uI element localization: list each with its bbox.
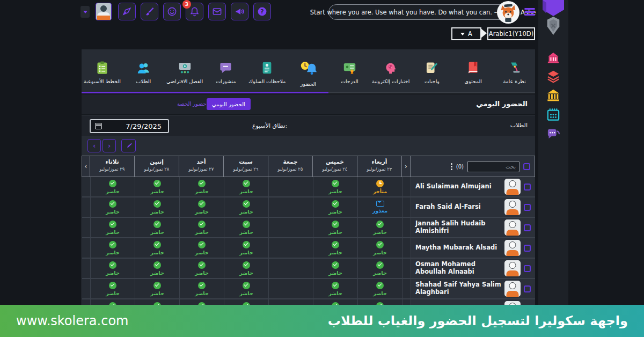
edit-attendance-button[interactable] [121,139,136,152]
attendance-cell[interactable]: حاضر [135,279,179,299]
next-week-button[interactable]: › [103,139,116,152]
language-dropdown[interactable]: A [451,27,481,40]
attendance-cell[interactable]: حاضر [179,279,224,299]
attendance-cell[interactable]: حاضر [135,218,179,238]
attendance-cell[interactable]: حاضر [135,238,179,259]
tab-certificate[interactable]: الدرجات [329,49,370,93]
attendance-cell[interactable]: متأخر [357,177,402,197]
day-column-header[interactable]: إثنين٢٨ تموز/يوليو [135,156,179,177]
attendance-cell[interactable]: حاضر [224,177,268,197]
attendance-cell[interactable] [268,177,313,197]
student-checkbox[interactable] [524,245,531,252]
attendance-cell[interactable]: حاضر [90,279,135,299]
tab-posts[interactable]: منشورات [206,49,247,93]
attendance-cell[interactable]: حاضر [313,279,357,299]
calendar-icon[interactable] [546,107,561,122]
day-column-header[interactable]: خميس٢٤ تموز/يوليو [313,156,357,177]
select-all-checkbox[interactable] [523,163,530,170]
attendance-cell[interactable]: حاضر [224,218,268,238]
student-checkbox[interactable] [524,184,531,191]
student-avatar [504,219,521,236]
attendance-cell[interactable]: حاضر [135,197,179,218]
attendance-cell[interactable]: حاضر [313,259,357,279]
scroll-days-left-button[interactable]: › [82,156,90,177]
scroll-days-right-button[interactable]: ‹ [402,156,411,177]
day-column-header[interactable]: أحد٢٧ تموز/يوليو [179,156,224,177]
tab-book[interactable]: المحتوى [452,49,494,93]
present-check-icon [198,241,206,248]
student-checkbox[interactable] [524,265,531,272]
attendance-cell[interactable]: حاضر [224,279,268,299]
collapse-caret-button[interactable] [80,6,90,18]
attendance-cell[interactable] [268,279,313,299]
attendance-cell[interactable]: حاضر [135,177,179,197]
tab-session-attendance[interactable]: حضور الحصة [177,101,206,107]
smiley-button[interactable] [163,3,181,20]
tab-students[interactable]: الطلاب [123,49,164,93]
attendance-cell[interactable]: حاضر [313,218,357,238]
day-column-header[interactable]: سبت٢٦ تموز/يوليو [224,156,268,177]
day-column-header[interactable]: أربعاء٢٣ تموز/يوليو [357,156,402,177]
attendance-cell[interactable]: حاضر [179,197,224,218]
attendance-cell[interactable]: حاضر [179,259,224,279]
present-check-icon [153,241,161,248]
day-column-header[interactable]: ثلاثاء٢٩ تموز/يوليو [90,156,135,177]
hamburger-menu-icon[interactable] [524,8,535,16]
tab-behavior[interactable]: ملاحظات السلوك [246,49,288,93]
attendance-cell[interactable]: حاضر [357,259,402,279]
shield-icon[interactable] [544,14,562,37]
attendance-cell[interactable] [268,218,313,238]
attendance-cell[interactable]: حاضر [90,177,135,197]
attendance-cell[interactable]: حاضر [313,238,357,259]
day-column-header[interactable]: جمعة٢٥ تموز/يوليو [268,156,313,177]
status-label: حاضر [106,270,120,276]
voice-chat-icon[interactable] [546,127,561,141]
attendance-cell[interactable] [268,197,313,218]
attendance-cell[interactable]: حاضر [224,238,268,259]
bank-icon[interactable] [546,88,561,102]
mascot-fox-avatar[interactable] [497,1,519,24]
search-input[interactable] [467,161,519,172]
profile-avatar-button[interactable] [96,3,112,20]
tab-virtualclass[interactable]: الفصل الافتراضي [164,49,206,93]
attendance-cell[interactable]: حاضر [357,279,402,299]
tab-head[interactable]: اختبارات إلكترونية [370,49,412,93]
tab-clipboard[interactable]: الخطط الأسبوعية [82,49,123,93]
attendance-cell[interactable]: حاضر [313,197,357,218]
bell-button[interactable]: 3 [186,3,203,20]
attendance-cell[interactable] [268,238,313,259]
class-selector[interactable]: Arabic1(Y10D) [487,27,535,40]
tab-lamp[interactable]: نظرة عامة [494,49,535,93]
student-checkbox[interactable] [524,224,531,231]
school-icon[interactable] [546,50,561,65]
more-options-icon[interactable] [451,163,452,170]
megaphone-button[interactable] [231,3,248,20]
attendance-cell[interactable]: حاضر [179,177,224,197]
tab-daily-attendance[interactable]: الحضور اليومي [207,98,251,110]
attendance-cell[interactable]: معذور [357,197,402,218]
attendance-cell[interactable]: حاضر [90,259,135,279]
attendance-cell[interactable]: حاضر [224,197,268,218]
pen-tool-button[interactable] [118,3,136,20]
attendance-cell[interactable] [268,259,313,279]
help-button[interactable]: ? [253,3,271,20]
week-date-picker[interactable]: 7/29/2025 [90,119,169,133]
student-checkbox[interactable] [524,285,531,292]
layers-icon[interactable] [546,69,561,84]
envelope-button[interactable] [208,3,226,20]
attendance-cell[interactable]: حاضر [90,197,135,218]
attendance-cell[interactable]: حاضر [224,259,268,279]
tab-assignment[interactable]: واجبات [412,49,453,93]
attendance-cell[interactable]: حاضر [135,259,179,279]
attendance-cell[interactable]: حاضر [357,238,402,259]
attendance-cell[interactable]: حاضر [179,238,224,259]
attendance-cell[interactable]: حاضر [179,218,224,238]
attendance-cell[interactable]: حاضر [357,218,402,238]
prev-week-button[interactable]: ‹ [87,139,101,152]
brush-button[interactable] [141,3,158,20]
student-checkbox[interactable] [524,204,531,211]
attendance-cell[interactable]: حاضر [90,238,135,259]
attendance-cell[interactable]: حاضر [90,218,135,238]
attendance-cell[interactable]: حاضر [313,177,357,197]
tab-attendance[interactable]: الحضور [288,49,329,93]
